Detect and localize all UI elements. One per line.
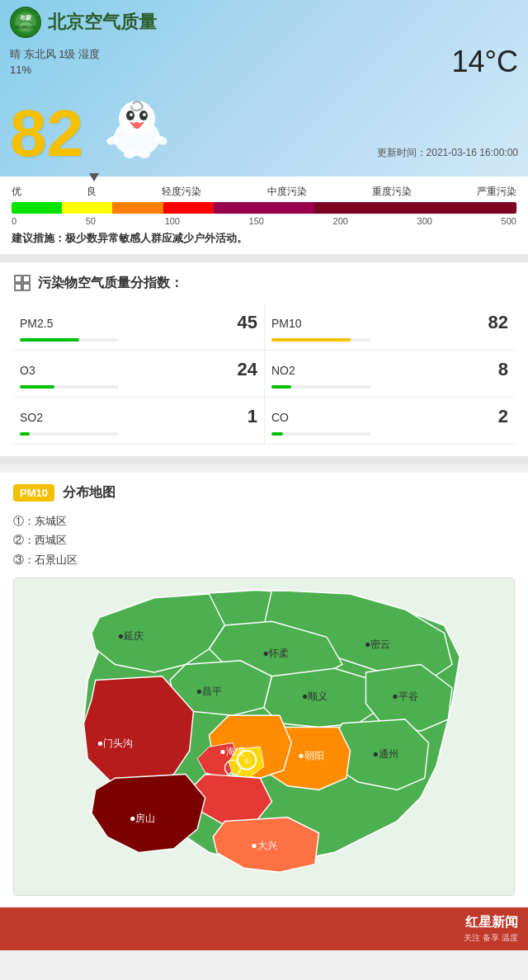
pollutant-o3: O3 24: [13, 351, 264, 398]
co-value: 2: [498, 406, 508, 427]
svg-text:●顺义: ●顺义: [302, 690, 328, 702]
svg-text:●昌平: ●昌平: [196, 686, 222, 697]
divider-1: [0, 254, 528, 262]
no2-bar: [271, 385, 370, 389]
o3-bar: [20, 385, 119, 389]
bar-seg-1: [12, 202, 62, 214]
advice-text: 建议措施：极少数异常敏感人群应减少户外活动。: [12, 231, 516, 246]
bar-seg-3: [112, 202, 163, 214]
co-bar: [271, 432, 370, 436]
svg-rect-19: [23, 284, 30, 290]
map-legend: ①：东城区 ②：西城区 ③：石景山区: [13, 511, 515, 569]
temperature-display: 14°C: [452, 45, 518, 79]
aqi-scale-labels: 优 良 轻度污染 中度污染 重度污染 严重污染: [12, 185, 516, 199]
label-you: 优: [12, 185, 21, 199]
aqi-mascot-row: 82: [10, 86, 518, 177]
divider-2: [0, 456, 528, 464]
app-title: 北京空气质量: [48, 10, 157, 35]
no2-value: 8: [498, 359, 508, 380]
pollutant-no2: NO2 8: [264, 351, 515, 398]
map-header: PM10 分布地图: [13, 484, 515, 502]
aqi-bar: [12, 202, 516, 214]
svg-text:●朝阳: ●朝阳: [298, 750, 323, 761]
weather-humidity: 11%: [10, 62, 100, 78]
header-section: 布蒙 BUMENG 北京空气质量 晴 东北风 1级 湿度 11% 14°C 82: [0, 0, 528, 177]
update-time: 更新时间：2021-03-16 16:00:00: [191, 146, 518, 167]
svg-point-8: [130, 113, 133, 116]
pollutant-pm25: PM2.5 45: [13, 304, 264, 351]
so2-label: SO2: [20, 411, 43, 424]
o3-value: 24: [238, 359, 257, 380]
so2-bar: [20, 432, 119, 436]
bar-seg-2: [62, 202, 112, 214]
pm25-label: PM2.5: [20, 317, 53, 330]
pollutant-pm10: PM10 82: [264, 304, 515, 351]
svg-text:●房山: ●房山: [130, 813, 155, 824]
aqi-indicator: [89, 173, 99, 181]
bar-seg-5: [214, 202, 314, 214]
weather-row: 晴 东北风 1级 湿度 11% 14°C: [10, 41, 518, 86]
svg-text:●通州: ●通州: [373, 748, 398, 760]
pollutants-title: 污染物空气质量分指数：: [13, 274, 515, 292]
mascot-image: [100, 92, 174, 167]
svg-text:●大兴: ●大兴: [251, 840, 276, 851]
pm10-badge: PM10: [13, 484, 54, 502]
legend-1: ①：东城区: [13, 511, 515, 530]
label-liang: 良: [87, 185, 97, 199]
pm25-value: 45: [238, 312, 257, 333]
no2-label: NO2: [271, 364, 295, 377]
so2-value: 1: [248, 406, 257, 427]
legend-2: ②：西城区: [13, 530, 515, 549]
weather-condition: 晴 东北风 1级 湿度: [10, 46, 100, 63]
aqi-numbers: 0 50 100 150 200 300 500: [12, 216, 516, 226]
svg-text:●延庆: ●延庆: [118, 630, 144, 642]
label-medium: 中度污染: [267, 185, 307, 199]
label-light: 轻度污染: [162, 185, 201, 199]
svg-text:●平谷: ●平谷: [392, 690, 417, 702]
app-logo: 布蒙 BUMENG: [10, 7, 41, 38]
pm10-bar: [271, 338, 370, 342]
svg-point-14: [124, 150, 135, 158]
footer-tagline: 关注 备享 温度: [464, 932, 518, 944]
svg-text:布蒙: 布蒙: [19, 14, 32, 21]
map-title: 分布地图: [63, 484, 116, 502]
legend-3: ③：石景山区: [13, 550, 515, 569]
svg-rect-18: [15, 284, 21, 290]
svg-point-6: [119, 101, 155, 137]
bar-seg-4: [163, 202, 214, 214]
grid-icon: [13, 274, 31, 292]
map-section: PM10 分布地图 ①：东城区 ②：西城区 ③：石景山区: [0, 473, 528, 907]
pm10-label: PM10: [271, 317, 302, 330]
svg-text:①: ①: [243, 756, 251, 766]
svg-text:●密云: ●密云: [365, 638, 390, 650]
beijing-map-svg: ●延庆 ●密云 ●怀柔 ●昌平 ●顺义 ●平谷 ●门头沟 ●海淀 ●朝阳 ●通州…: [14, 578, 514, 892]
svg-point-15: [139, 150, 150, 158]
svg-text:●怀柔: ●怀柔: [263, 648, 289, 659]
svg-rect-16: [15, 276, 21, 282]
header-top: 布蒙 BUMENG 北京空气质量: [10, 7, 518, 38]
pollutants-title-text: 污染物空气质量分指数：: [38, 275, 183, 292]
aqi-value: 82: [10, 101, 83, 167]
advice-content: 极少数异常敏感人群应减少户外活动。: [65, 232, 248, 244]
footer-logo-text: 红星新闻: [464, 914, 518, 931]
pollutant-co: CO 2: [264, 398, 515, 445]
label-severe: 严重污染: [477, 185, 516, 199]
weather-info: 晴 东北风 1级 湿度 11%: [10, 46, 100, 78]
pollutant-grid: PM2.5 45 PM10 82 O3 24: [13, 304, 515, 445]
svg-text:●门头沟: ●门头沟: [97, 737, 133, 749]
advice-label: 建议措施：: [12, 232, 65, 244]
svg-point-10: [143, 113, 146, 116]
pm25-bar: [20, 338, 119, 342]
svg-point-11: [133, 122, 141, 129]
pollutants-section: 污染物空气质量分指数： PM2.5 45 PM10 82 O3: [0, 262, 528, 456]
aqi-scale-section: 优 良 轻度污染 中度污染 重度污染 严重污染 0 50 100 150 200…: [0, 177, 528, 254]
co-label: CO: [271, 411, 289, 424]
label-heavy: 重度污染: [372, 185, 412, 199]
footer: 红星新闻 关注 备享 温度: [0, 907, 528, 950]
pollutant-so2: SO2 1: [13, 398, 264, 445]
svg-rect-17: [23, 276, 30, 282]
o3-label: O3: [20, 364, 35, 377]
bar-seg-6: [314, 202, 516, 214]
footer-brand: 红星新闻 关注 备享 温度: [464, 914, 518, 944]
svg-text:BUMENG: BUMENG: [15, 25, 36, 30]
